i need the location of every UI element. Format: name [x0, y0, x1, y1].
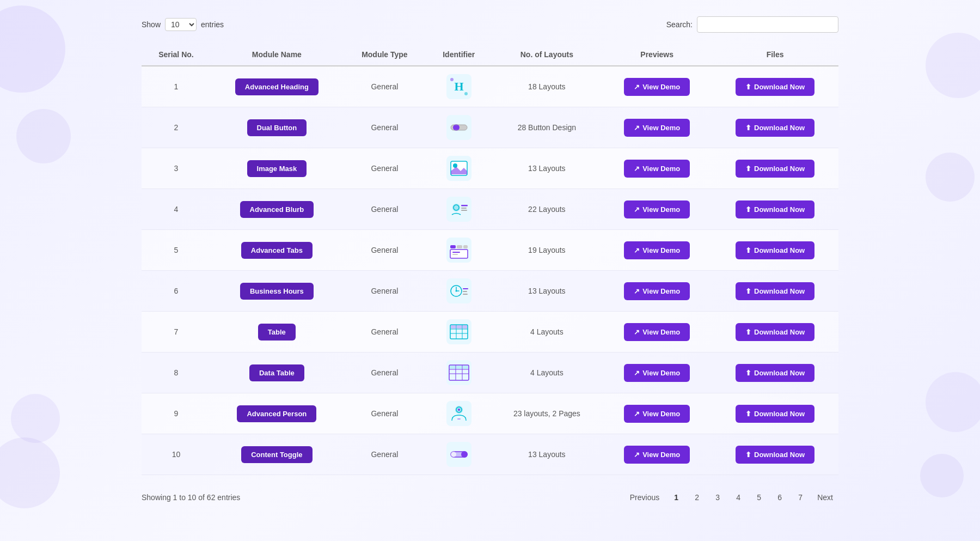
page-btn-1[interactable]: 1: [667, 488, 685, 507]
module-name-button-3[interactable]: Advanced Blurb: [240, 201, 314, 218]
arrow-icon: ↗: [634, 205, 640, 214]
col-layouts: No. of Layouts: [492, 44, 603, 66]
page-btn-5[interactable]: 5: [750, 488, 768, 507]
page-btn-4[interactable]: 4: [729, 488, 748, 507]
download-icon: ⬆: [745, 246, 751, 254]
page-btn-3[interactable]: 3: [708, 488, 727, 507]
download-icon: ⬆: [745, 165, 751, 173]
arrow-icon: ↗: [634, 328, 640, 336]
view-demo-button-9[interactable]: ↗ View Demo: [624, 446, 690, 464]
view-demo-button-4[interactable]: ↗ View Demo: [624, 241, 690, 259]
cell-files-9: ⬆ Download Now: [712, 434, 838, 475]
svg-point-6: [453, 124, 460, 131]
table-header-row: Serial No. Module Name Module Type Ident…: [142, 44, 838, 66]
view-demo-button-1[interactable]: ↗ View Demo: [624, 119, 690, 137]
page-btn-2[interactable]: 2: [688, 488, 706, 507]
cell-files-2: ⬆ Download Now: [712, 148, 838, 189]
download-button-9[interactable]: ⬆ Download Now: [736, 446, 814, 464]
pagination: Previous 1 2 3 4 5 6 7 Next: [624, 488, 838, 507]
table-wrapper: Serial No. Module Name Module Type Ident…: [142, 44, 838, 475]
cell-layouts-1: 28 Button Design: [492, 107, 603, 148]
cell-serial-5: 6: [142, 271, 211, 312]
col-serial: Serial No.: [142, 44, 211, 66]
view-demo-button-5[interactable]: ↗ View Demo: [624, 282, 690, 300]
entries-select[interactable]: 10 25 50 100: [165, 18, 197, 31]
module-name-button-9[interactable]: Content Toggle: [241, 446, 312, 463]
cell-module-name-4: Advanced Tabs: [211, 230, 343, 271]
cell-layouts-6: 4 Layouts: [492, 312, 603, 352]
download-button-1[interactable]: ⬆ Download Now: [736, 119, 814, 137]
search-area: Search:: [666, 16, 838, 33]
module-name-button-8[interactable]: Advanced Person: [237, 405, 316, 422]
download-button-5[interactable]: ⬆ Download Now: [736, 282, 814, 300]
view-demo-button-8[interactable]: ↗ View Demo: [624, 405, 690, 423]
showing-text: Showing 1 to 10 of 62 entries: [142, 493, 240, 502]
identifier-icon-3: [446, 197, 471, 222]
svg-rect-41: [446, 360, 471, 385]
cell-layouts-2: 13 Layouts: [492, 148, 603, 189]
search-label: Search:: [666, 20, 693, 29]
view-demo-button-6[interactable]: ↗ View Demo: [624, 323, 690, 341]
page-btn-7[interactable]: 7: [791, 488, 810, 507]
download-button-3[interactable]: ⬆ Download Now: [736, 200, 814, 218]
identifier-icon-cell-7: [435, 360, 483, 385]
module-name-button-4[interactable]: Advanced Tabs: [241, 242, 313, 259]
download-button-8[interactable]: ⬆ Download Now: [736, 405, 814, 423]
download-button-2[interactable]: ⬆ Download Now: [736, 160, 814, 178]
module-name-button-7[interactable]: Data Table: [249, 364, 304, 381]
prev-button[interactable]: Previous: [624, 488, 665, 507]
cell-layouts-0: 18 Layouts: [492, 66, 603, 107]
download-button-4[interactable]: ⬆ Download Now: [736, 241, 814, 259]
cell-module-name-2: Image Mask: [211, 148, 343, 189]
svg-rect-38: [451, 325, 456, 329]
cell-module-type-8: General: [343, 393, 426, 434]
arrow-icon: ↗: [634, 83, 640, 91]
view-demo-button-2[interactable]: ↗ View Demo: [624, 160, 690, 178]
svg-rect-18: [450, 245, 456, 248]
svg-rect-40: [463, 325, 467, 329]
col-previews: Previews: [602, 44, 712, 66]
table-row: 4 Advanced Blurb General 22 Layouts ↗ Vi…: [142, 189, 838, 230]
cell-files-4: ⬆ Download Now: [712, 230, 838, 271]
view-demo-button-7[interactable]: ↗ View Demo: [624, 364, 690, 382]
bg-decoration-2: [16, 109, 71, 163]
col-files: Files: [712, 44, 838, 66]
svg-point-59: [451, 452, 456, 457]
cell-identifier-7: [426, 352, 492, 393]
module-name-button-1[interactable]: Dual Button: [247, 119, 307, 136]
identifier-icon-1: [446, 115, 471, 140]
cell-module-name-3: Advanced Blurb: [211, 189, 343, 230]
next-button[interactable]: Next: [812, 488, 838, 507]
download-icon: ⬆: [745, 287, 751, 295]
cell-files-5: ⬆ Download Now: [712, 271, 838, 312]
download-button-0[interactable]: ⬆ Download Now: [736, 78, 814, 96]
cell-layouts-4: 19 Layouts: [492, 230, 603, 271]
cell-module-name-1: Dual Button: [211, 107, 343, 148]
view-demo-button-3[interactable]: ↗ View Demo: [624, 200, 690, 218]
svg-rect-15: [461, 208, 467, 209]
download-button-6[interactable]: ⬆ Download Now: [736, 323, 814, 341]
download-icon: ⬆: [745, 124, 751, 132]
view-demo-button-0[interactable]: ↗ View Demo: [624, 78, 690, 96]
cell-previews-9: ↗ View Demo: [602, 434, 712, 475]
module-name-button-2[interactable]: Image Mask: [247, 160, 307, 177]
cell-serial-3: 4: [142, 189, 211, 230]
cell-previews-8: ↗ View Demo: [602, 393, 712, 434]
identifier-icon-cell-9: [435, 442, 483, 467]
cell-identifier-9: [426, 434, 492, 475]
module-name-button-5[interactable]: Business Hours: [240, 283, 314, 300]
page-btn-6[interactable]: 6: [770, 488, 789, 507]
col-identifier: Identifier: [426, 44, 492, 66]
identifier-icon-cell-2: [435, 156, 483, 181]
identifier-icon-8: [446, 401, 471, 426]
cell-module-name-7: Data Table: [211, 352, 343, 393]
search-input[interactable]: [697, 16, 838, 33]
cell-serial-1: 2: [142, 107, 211, 148]
cell-module-type-7: General: [343, 352, 426, 393]
download-button-7[interactable]: ⬆ Download Now: [736, 364, 814, 382]
svg-rect-30: [463, 291, 467, 292]
module-name-button-0[interactable]: Advanced Heading: [235, 78, 318, 95]
arrow-icon: ↗: [634, 246, 640, 254]
identifier-icon-cell-0: H: [435, 74, 483, 99]
module-name-button-6[interactable]: Table: [258, 324, 296, 341]
